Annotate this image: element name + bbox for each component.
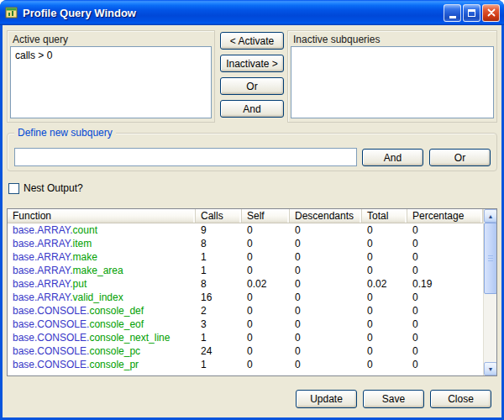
active-query-item[interactable]: calls > 0 (11, 47, 211, 64)
function-cell: base.ARRAY.item (8, 238, 196, 249)
self-cell: 0 (242, 318, 290, 330)
total-cell: 0 (362, 265, 407, 276)
table-header: Function Calls Self Descendants Total Pe… (8, 209, 483, 223)
define-subquery-group: Define new subquery And Or (7, 133, 497, 171)
calls-cell: 1 (196, 265, 242, 276)
column-header-function[interactable]: Function (8, 209, 196, 223)
table-row[interactable]: base.CONSOLE.console_def 2 0 0 0 0 (8, 304, 483, 318)
titlebar-maximize-button[interactable] (463, 4, 480, 22)
function-cell: base.CONSOLE.console_def (8, 305, 196, 317)
save-button[interactable]: Save (363, 390, 424, 408)
column-header-total[interactable]: Total (362, 209, 407, 223)
descendants-cell: 0 (290, 278, 362, 290)
active-query-list[interactable]: calls > 0 (10, 46, 212, 118)
total-cell: 0 (362, 291, 407, 303)
table-row[interactable]: base.ARRAY.make_area 1 0 0 0 0 (8, 264, 483, 277)
and-button[interactable]: And (220, 100, 284, 118)
subquery-or-button[interactable]: Or (429, 149, 491, 166)
table-row[interactable]: base.ARRAY.make 1 0 0 0 0 (8, 250, 483, 264)
titlebar-minimize-button[interactable] (444, 4, 461, 22)
self-cell: 0 (242, 251, 290, 263)
percentage-cell: 0 (407, 359, 483, 370)
function-cell: base.CONSOLE.console_next_line (8, 332, 196, 344)
activate-button[interactable]: < Activate (220, 32, 284, 50)
descendants-cell: 0 (290, 265, 362, 276)
self-cell: 0 (242, 305, 290, 317)
calls-cell: 8 (196, 278, 242, 290)
descendants-cell: 0 (290, 251, 362, 263)
scroll-down-icon: ▼ (488, 366, 494, 372)
self-cell: 0 (242, 332, 290, 344)
titlebar-buttons (444, 4, 500, 22)
inactivate-button[interactable]: Inactivate > (220, 55, 284, 72)
profile-query-window: Profile Query Window Active query calls … (0, 0, 504, 420)
calls-cell: 2 (196, 305, 242, 317)
column-header-calls[interactable]: Calls (196, 209, 242, 223)
calls-cell: 1 (196, 359, 242, 370)
nest-output-checkbox[interactable] (8, 183, 19, 194)
active-query-panel: Active query calls > 0 (7, 30, 215, 123)
descendants-cell: 0 (290, 332, 362, 344)
total-cell: 0 (362, 359, 407, 370)
inactive-subqueries-list[interactable] (291, 46, 494, 118)
table-row[interactable]: base.CONSOLE.console_next_line 1 0 0 0 0 (8, 331, 483, 344)
function-cell: base.ARRAY.make (8, 251, 196, 263)
function-cell: base.ARRAY.put (8, 278, 196, 290)
vertical-scrollbar[interactable]: ▲ ▼ (483, 209, 496, 375)
percentage-cell: 0 (407, 332, 483, 344)
total-cell: 0 (362, 251, 407, 263)
self-cell: 0 (242, 345, 290, 357)
column-header-descendants[interactable]: Descendants (290, 209, 362, 223)
descendants-cell: 0 (290, 224, 362, 236)
scroll-up-button[interactable]: ▲ (484, 209, 497, 223)
percentage-cell: 0 (407, 318, 483, 330)
app-icon[interactable] (5, 6, 18, 19)
close-icon (487, 8, 496, 17)
percentage-cell: 0.19 (407, 278, 483, 290)
self-cell: 0 (242, 359, 290, 370)
percentage-cell: 0 (407, 291, 483, 303)
function-cell: base.CONSOLE.console_pc (8, 345, 196, 357)
table-row[interactable]: base.ARRAY.item 8 0 0 0 0 (8, 237, 483, 250)
table-row[interactable]: base.CONSOLE.console_pc 24 0 0 0 0 (8, 344, 483, 358)
descendants-cell: 0 (290, 238, 362, 249)
titlebar[interactable]: Profile Query Window (0, 0, 504, 25)
update-button[interactable]: Update (296, 390, 357, 408)
total-cell: 0 (362, 318, 407, 330)
total-cell: 0 (362, 305, 407, 317)
function-cell: base.ARRAY.make_area (8, 265, 196, 276)
nest-output-label[interactable]: Nest Output? (24, 182, 83, 194)
scroll-thumb[interactable] (484, 223, 497, 294)
subquery-input[interactable] (14, 148, 357, 166)
column-header-percentage[interactable]: Percentage (407, 209, 483, 223)
table-row[interactable]: base.CONSOLE.console_pr 1 0 0 0 0 (8, 358, 483, 371)
dialog-client-area: Active query calls > 0 < Activate Inacti… (3, 25, 501, 417)
table-row[interactable]: base.ARRAY.put 8 0.02 0 0.02 0.19 (8, 277, 483, 291)
define-subquery-title: Define new subquery (14, 127, 116, 139)
or-button[interactable]: Or (220, 77, 284, 95)
active-query-label: Active query (13, 34, 68, 45)
descendants-cell: 0 (290, 305, 362, 317)
calls-cell: 1 (196, 251, 242, 263)
profile-table: Function Calls Self Descendants Total Pe… (7, 208, 497, 376)
total-cell: 0 (362, 345, 407, 357)
scroll-down-button[interactable]: ▼ (484, 362, 497, 375)
function-cell: base.CONSOLE.console_eof (8, 318, 196, 330)
self-cell: 0 (242, 224, 290, 236)
subquery-and-button[interactable]: And (362, 149, 423, 166)
total-cell: 0 (362, 332, 407, 344)
calls-cell: 3 (196, 318, 242, 330)
table-body: base.ARRAY.count 9 0 0 0 0 base.ARRAY.it… (8, 223, 483, 375)
self-cell: 0.02 (242, 278, 290, 290)
descendants-cell: 0 (290, 291, 362, 303)
table-row[interactable]: base.ARRAY.count 9 0 0 0 0 (8, 223, 483, 237)
function-cell: base.CONSOLE.console_pr (8, 359, 196, 370)
close-button[interactable]: Close (430, 390, 491, 408)
titlebar-close-button[interactable] (482, 4, 500, 22)
table-row[interactable]: base.ARRAY.valid_index 16 0 0 0 0 (8, 291, 483, 304)
table-row[interactable]: base.CONSOLE.console_eof 3 0 0 0 0 (8, 318, 483, 331)
function-cell: base.ARRAY.count (8, 224, 196, 236)
descendants-cell: 0 (290, 359, 362, 370)
total-cell: 0.02 (362, 278, 407, 290)
column-header-self[interactable]: Self (242, 209, 290, 223)
